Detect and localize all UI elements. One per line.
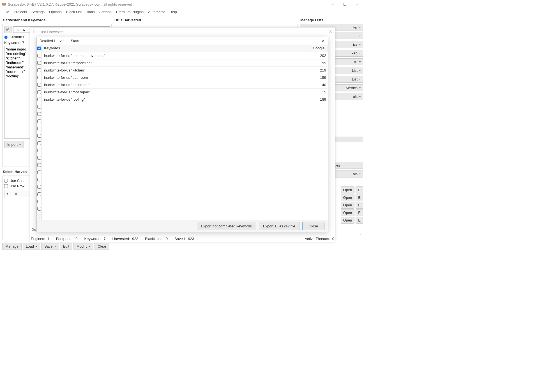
open-button-4[interactable]: Open — [341, 209, 355, 216]
import-button[interactable]: Import — [4, 141, 24, 148]
table-row: inurl:write-for-us "bathroom"159 — [42, 74, 328, 81]
stats-row-check-16[interactable] — [37, 170, 41, 174]
stat-footprints-value: 0 — [75, 237, 77, 241]
stats-check-column: ‹ — [37, 45, 42, 220]
stats-row-check-13[interactable] — [37, 149, 41, 152]
open-button-1[interactable]: Open — [341, 186, 355, 193]
open-button-5[interactable]: Open — [341, 217, 355, 224]
stats-kw-5: inurl:write-for-us "roof repair" — [42, 90, 310, 94]
detailed-harvester-title: Detailed Harvester — [33, 30, 63, 34]
stats-row-check-21[interactable] — [37, 207, 41, 211]
section-harvester-keywords: Harvester and Keywords — [3, 18, 112, 22]
stat-harvested-label: Harvested: — [112, 237, 130, 241]
stats-row-check-17[interactable] — [37, 178, 41, 181]
table-row: inurl:write-for-us "home improvement"202 — [42, 52, 328, 59]
stats-g-0: 202 — [310, 54, 328, 58]
e-button-5[interactable]: E — [356, 217, 363, 224]
menu-settings[interactable]: Settings — [29, 9, 47, 15]
app-icon — [2, 2, 6, 6]
modify-button[interactable]: Modify — [73, 243, 93, 250]
close-button[interactable] — [351, 0, 364, 8]
m-button[interactable]: M — [4, 26, 11, 33]
success-value: - — [360, 227, 361, 231]
proxies-col-s[interactable]: S — [5, 191, 12, 197]
stats-kw-6: inurl:write-for-us "roofing" — [42, 97, 310, 102]
export-csv-button[interactable]: Export all as csv file — [259, 222, 299, 230]
stats-dialog-title: Detailed Harvester Stats — [40, 39, 79, 43]
stats-row-check-7[interactable] — [37, 105, 41, 109]
load-button[interactable]: Load — [23, 243, 40, 250]
stats-row-check-11[interactable] — [37, 134, 41, 138]
open-button-2[interactable]: Open — [341, 194, 355, 201]
maximize-button[interactable] — [338, 0, 351, 8]
stat-harvested-value: 923 — [132, 237, 138, 241]
e-button-3[interactable]: E — [356, 202, 363, 209]
stats-row-check-20[interactable] — [37, 200, 41, 203]
menu-blacklist[interactable]: Black List — [64, 9, 84, 15]
manage-button[interactable]: Manage — [2, 243, 22, 250]
stat-engines-value: 1 — [47, 237, 49, 241]
open-button-3[interactable]: Open — [341, 202, 355, 209]
stats-row-check-19[interactable] — [37, 192, 41, 196]
stats-row-check-10[interactable] — [37, 127, 41, 130]
stats-row-check-9[interactable] — [37, 119, 41, 123]
use-proxies-label: Use Proxi — [10, 184, 25, 188]
stat-keywords-label: Keywords: — [84, 237, 101, 241]
stat-saved-value: 923 — [188, 237, 194, 241]
stats-row-check-1[interactable] — [37, 61, 41, 65]
menu-premium-plugins[interactable]: Premium Plugins — [114, 9, 146, 15]
custom-footprint-label: Custom F — [10, 35, 25, 39]
clear-proxies-button[interactable]: Clear — [95, 243, 109, 250]
stats-row-check-5[interactable] — [37, 90, 41, 94]
minimize-button[interactable] — [326, 0, 338, 8]
edit-button[interactable]: Edit — [60, 243, 72, 250]
stats-col-keywords[interactable]: Keywords — [42, 45, 310, 52]
menu-options[interactable]: Options — [47, 9, 64, 15]
close-dialog-button[interactable]: Close — [302, 222, 324, 230]
stats-row-check-14[interactable] — [37, 156, 41, 160]
e-button-2[interactable]: E — [356, 194, 363, 201]
stat-blacklisted-label: Blacklisted: — [145, 237, 163, 241]
menu-projects[interactable]: Projects — [11, 9, 29, 15]
harvester-status-bar: Engines:1 Footprints:0 Keywords:7 Harves… — [30, 235, 335, 242]
menu-tools[interactable]: Tools — [84, 9, 97, 15]
stats-g-4: 40 — [310, 83, 328, 87]
stats-kw-3: inurl:write-for-us "bathroom" — [42, 75, 310, 80]
table-row: inurl:write-for-us "basement"40 — [42, 81, 328, 89]
de-label: De — [31, 227, 36, 232]
titlebar: ScrapeBox 64-Bit V2.1.0.27, ©2009-2021 S… — [0, 0, 365, 8]
menu-help[interactable]: Help — [167, 9, 179, 15]
stats-row-check-4[interactable] — [37, 83, 41, 87]
e-button-1[interactable]: E — [356, 186, 363, 193]
table-row: inurl:write-for-us "kitchen"219 — [42, 67, 328, 74]
use-proxies-checkbox[interactable] — [4, 184, 8, 188]
e-button-4[interactable]: E — [356, 209, 363, 216]
stats-row-check-all[interactable] — [37, 47, 41, 50]
window-title: ScrapeBox 64-Bit V2.1.0.27, ©2009-2021 S… — [8, 2, 326, 6]
menu-file[interactable]: File — [1, 9, 11, 15]
stats-row-check-6[interactable] — [37, 98, 41, 101]
table-row: inurl:write-for-us "remodeling"99 — [42, 59, 328, 67]
scroll-left-icon[interactable]: ‹ — [37, 215, 42, 220]
stats-row-check-2[interactable] — [37, 68, 41, 72]
stats-g-6: 189 — [310, 97, 328, 102]
menu-automator[interactable]: Automator — [146, 9, 167, 15]
stats-row-check-15[interactable] — [37, 163, 41, 167]
stats-kw-2: inurl:write-for-us "kitchen" — [42, 68, 310, 72]
stats-dialog-close-icon[interactable]: ✕ — [322, 39, 325, 43]
save-button[interactable]: Save — [41, 243, 59, 250]
export-not-completed-button[interactable]: Export not completed keywords — [197, 222, 256, 230]
detailed-harvester-close-icon[interactable]: ✕ — [329, 29, 332, 34]
stats-row-check-3[interactable] — [37, 76, 41, 79]
stats-row-check-0[interactable] — [37, 54, 41, 57]
menu-addons[interactable]: Addons — [97, 9, 114, 15]
stats-kw-0: inurl:write-for-us "home improvement" — [42, 54, 310, 58]
custom-footprint-radio[interactable] — [4, 35, 8, 39]
stats-row-check-8[interactable] — [37, 112, 41, 116]
stats-g-1: 99 — [310, 61, 328, 65]
stats-row-check-12[interactable] — [37, 141, 41, 145]
use-custom-radio[interactable] — [4, 179, 8, 183]
stat-saved-label: Saved: — [174, 237, 186, 241]
stats-col-google[interactable]: Google — [310, 45, 328, 52]
stats-row-check-18[interactable] — [37, 185, 41, 189]
